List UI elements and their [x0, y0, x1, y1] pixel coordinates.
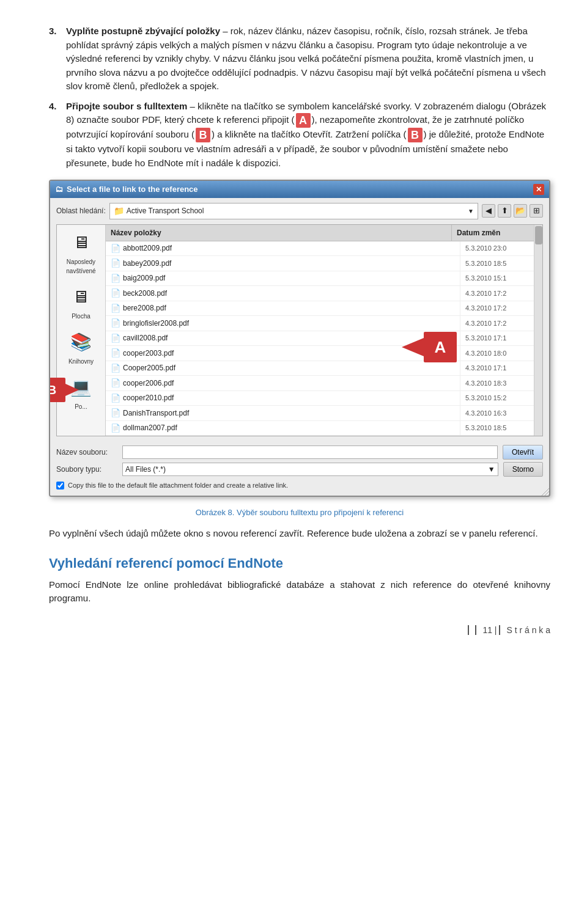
page-content: 3. Vyplňte postupně zbývající položky – …	[49, 24, 550, 637]
libraries-label: Knihovny	[68, 357, 94, 366]
toolbar-view-button[interactable]: ⊞	[530, 204, 543, 218]
resize-handle[interactable]	[542, 488, 549, 496]
file-date: 5.3.2010 23:0	[460, 242, 534, 255]
file-row[interactable]: 📄 cooper2010.pdf 5.3.2010 15:2	[106, 391, 534, 406]
sidebar-item-desktop[interactable]: 🖥 Plocha	[72, 284, 90, 321]
filename-input[interactable]	[122, 446, 498, 459]
file-row[interactable]: 📄 babey2009.pdf 5.3.2010 18:5	[106, 256, 534, 271]
file-row[interactable]: 📄 cooper2003.pdf 4.3.2010 18:0	[106, 346, 534, 361]
file-row[interactable]: 📄 cavill2008.pdf 5.3.2010 17:1	[106, 331, 534, 346]
dialog-sidebar: 🖥 Naposledy navštívené 🖥 Plocha 📚 Knihov…	[57, 225, 106, 436]
file-date: 4.3.2010 17:2	[460, 287, 534, 300]
file-date: 5.3.2010 18:5	[460, 422, 534, 435]
file-list: Název položky Datum změn 📄 abbott2009.pd…	[106, 225, 534, 436]
file-name: cooper2003.pdf	[123, 348, 174, 359]
pdf-icon: 📄	[111, 317, 120, 329]
section-heading: Vyhledání referencí pomocí EndNote	[49, 553, 550, 573]
scrollbar-top	[525, 225, 534, 241]
annotation-a-inline: A	[296, 113, 311, 128]
annotation-b-inline2: B	[408, 128, 423, 142]
dialog-title-left: 🗂 Select a file to link to the reference	[55, 183, 198, 196]
filetype-label: Soubory typu:	[56, 464, 117, 475]
file-date: 4.3.2010 17:2	[460, 317, 534, 330]
file-row[interactable]: 📄 cooper2006.pdf 4.3.2010 18:3	[106, 376, 534, 391]
dialog-close-button[interactable]: ✕	[533, 184, 544, 195]
file-row[interactable]: 📄 bringlofisler2008.pdf 4.3.2010 17:2	[106, 316, 534, 331]
checkbox-row: Copy this file to the default file attac…	[56, 479, 543, 492]
toolbar-back-button[interactable]: ◀	[482, 204, 495, 218]
file-date: 4.3.2010 18:3	[460, 377, 534, 390]
scrollbar[interactable]	[534, 225, 542, 436]
file-name: DanishTransport.pdf	[123, 408, 189, 419]
item3-text: Vyplňte postupně zbývající položky – rok…	[66, 24, 550, 94]
folder-dropdown[interactable]: 📁 Active Transport School ▼	[109, 203, 478, 219]
recent-icon: 🖥	[73, 230, 90, 255]
pdf-icon: 📄	[111, 302, 120, 315]
file-name: bere2008.pdf	[123, 302, 166, 314]
filetype-select[interactable]: All Files (*.*) ▼	[122, 463, 498, 476]
file-date: 5.3.2010 18:5	[460, 257, 534, 270]
file-name: cooper2006.pdf	[123, 378, 174, 389]
file-dialog: 🗂 Select a file to link to the reference…	[49, 180, 550, 497]
annotation-b-arrow	[65, 384, 79, 396]
item3-number: 3.	[49, 24, 61, 94]
copy-checkbox[interactable]	[56, 482, 64, 490]
toolbar-newfolder-button[interactable]: 📂	[514, 204, 527, 218]
item4-number: 4.	[49, 100, 61, 170]
pdf-icon: 📄	[111, 332, 120, 345]
pdf-icon: 📄	[111, 287, 120, 299]
page-number: 11 | S t r á n k a	[49, 624, 550, 637]
filetype-row: Soubory typu: All Files (*.*) ▼ Storno	[56, 462, 543, 477]
recent-label: Naposledy navštívené	[59, 257, 103, 276]
filelist-rows: 📄 abbott2009.pdf 5.3.2010 23:0 📄 babey20…	[106, 241, 534, 436]
file-row[interactable]: 📄 bere2008.pdf 4.3.2010 17:2	[106, 301, 534, 317]
numbered-item-3: 3. Vyplňte postupně zbývající položky – …	[49, 24, 550, 94]
file-row[interactable]: 📄 dollman2007.pdf 5.3.2010 18:5	[106, 421, 534, 436]
page-number-text: 11 | S t r á n k a	[468, 625, 550, 635]
pdf-icon: 📄	[111, 377, 120, 389]
annotation-a-arrow	[402, 338, 424, 356]
file-name: baig2009.pdf	[123, 273, 165, 284]
filename-label: Název souboru:	[56, 447, 117, 458]
pdf-icon: 📄	[111, 422, 120, 435]
file-row[interactable]: 📄 beck2008.pdf 4.3.2010 17:2	[106, 286, 534, 301]
file-name: beck2008.pdf	[123, 288, 167, 299]
toolbar-up-button[interactable]: ⬆	[498, 204, 511, 218]
file-date: 5.3.2010 17:1	[460, 332, 534, 345]
cancel-button[interactable]: Storno	[503, 462, 543, 477]
sidebar-item-computer[interactable]: 💻 Po... B	[70, 375, 92, 411]
file-name: cavill2008.pdf	[123, 332, 168, 343]
after-dialog-text: Po vyplnění všech údajů můžete okno s no…	[49, 527, 550, 541]
sidebar-item-libraries[interactable]: 📚 Knihovny	[68, 329, 94, 366]
sidebar-item-recent[interactable]: 🖥 Naposledy navštívené	[59, 230, 103, 276]
file-row[interactable]: 📄 abbott2009.pdf 5.3.2010 23:0	[106, 241, 534, 257]
col-name-header: Název položky	[106, 225, 452, 241]
col-date-header: Datum změn	[452, 225, 525, 241]
file-row[interactable]: 📄 Cooper2005.pdf 4.3.2010 17:1	[106, 361, 534, 376]
file-row[interactable]: 📄 DanishTransport.pdf 4.3.2010 16:3	[106, 406, 534, 421]
checkbox-label: Copy this file to the default file attac…	[68, 480, 288, 491]
scrollbar-thumb	[535, 226, 542, 244]
desktop-label: Plocha	[72, 312, 90, 321]
file-name: bringlofisler2008.pdf	[123, 318, 189, 329]
file-name: Cooper2005.pdf	[123, 362, 175, 373]
dialog-title-text: Select a file to link to the reference	[67, 183, 198, 196]
libraries-icon: 📚	[70, 329, 92, 355]
filetype-value: All Files (*.*)	[125, 464, 166, 475]
annotation-b-box: B	[49, 378, 65, 402]
file-date: 5.3.2010 15:2	[460, 392, 534, 405]
filelist-header: Název položky Datum změn	[106, 225, 534, 241]
section-text: Pomocí EndNote lze online prohledávat bi…	[49, 578, 550, 606]
numbered-item-4: 4. Připojte soubor s fulltextem – klikně…	[49, 100, 550, 170]
annotation-b-inline: B	[196, 128, 210, 142]
file-date: 4.3.2010 16:3	[460, 407, 534, 420]
pdf-icon: 📄	[111, 407, 120, 419]
toolbar-label: Oblast hledání:	[56, 205, 106, 216]
open-button[interactable]: Otevřít	[503, 445, 543, 460]
computer-label: Po...	[75, 402, 87, 411]
pdf-icon: 📄	[111, 347, 120, 359]
file-name: cooper2010.pdf	[123, 392, 174, 403]
item4-text: Připojte soubor s fulltextem – klikněte …	[66, 100, 550, 170]
annotation-a-box: A	[424, 332, 457, 362]
file-row[interactable]: 📄 baig2009.pdf 5.3.2010 15:1	[106, 271, 534, 287]
